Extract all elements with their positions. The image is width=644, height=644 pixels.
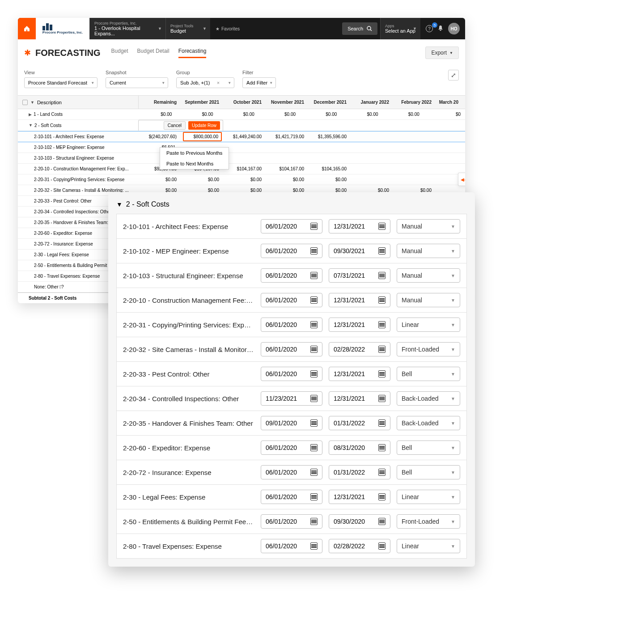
- favorites-link[interactable]: ★ Favorites: [210, 18, 240, 39]
- curve-select[interactable]: Back-Loaded▼: [397, 391, 460, 406]
- curve-select[interactable]: Linear▼: [397, 318, 460, 332]
- end-date-input[interactable]: 01/31/2022: [329, 416, 390, 430]
- gear-icon[interactable]: ✱: [24, 48, 31, 58]
- calendar-icon: [378, 272, 386, 279]
- start-date-input[interactable]: 06/01/2020: [261, 342, 322, 356]
- curve-select[interactable]: Bell▼: [397, 465, 460, 479]
- svg-line-1: [370, 30, 372, 31]
- update-row-button[interactable]: Update Row: [188, 121, 220, 130]
- curve-select[interactable]: Manual▼: [397, 293, 460, 307]
- start-date-input[interactable]: 06/01/2020: [261, 514, 322, 529]
- start-date-input[interactable]: 06/01/2020: [261, 219, 322, 233]
- overlay-title: 2 - Soft Costs: [126, 200, 169, 208]
- curve-select[interactable]: Manual▼: [397, 244, 460, 258]
- avatar[interactable]: HO: [448, 23, 460, 34]
- paste-previous-option[interactable]: Paste to Previous Months: [160, 148, 229, 158]
- table-row[interactable]: ▼2 - Soft Costs Cancel Update Row: [18, 120, 465, 131]
- start-date-input[interactable]: 06/01/2020: [261, 490, 322, 504]
- clear-icon[interactable]: ×: [217, 80, 220, 85]
- apps-selector[interactable]: Apps Select an App ▼: [380, 18, 420, 39]
- tab-budget[interactable]: Budget: [111, 48, 128, 58]
- curve-select[interactable]: Linear▼: [397, 490, 460, 504]
- month-header: October 2021: [224, 100, 266, 105]
- list-item: 2-30 - Legal Fees: Expense 06/01/2020 12…: [116, 485, 467, 509]
- start-date-input[interactable]: 06/01/2020: [261, 244, 322, 258]
- start-date-input[interactable]: 09/01/2020: [261, 416, 322, 430]
- end-date-input[interactable]: 12/31/2021: [329, 219, 390, 233]
- paste-context-menu: Paste to Previous Months Paste to Next M…: [160, 147, 229, 169]
- curve-select[interactable]: Back-Loaded▼: [397, 416, 460, 430]
- curve-select[interactable]: Bell▼: [397, 367, 460, 381]
- filter-row: View Procore Standard Forecast ▼ Snapsho…: [18, 59, 465, 95]
- end-date-input[interactable]: 07/31/2021: [329, 268, 390, 283]
- curve-select[interactable]: Bell▼: [397, 441, 460, 455]
- side-collapse-tab[interactable]: ◀◀: [458, 173, 465, 186]
- notifications-icon[interactable]: [437, 25, 444, 33]
- chevron-down-icon: ▼: [451, 372, 455, 377]
- calendar-icon: [310, 469, 318, 476]
- table-row[interactable]: 2-10-101 - Architect Fees: Expense $(240…: [18, 131, 465, 142]
- month-header: January 2022: [351, 100, 394, 105]
- paste-next-option[interactable]: Paste to Next Months: [160, 158, 229, 169]
- end-date-input[interactable]: 12/31/2021: [329, 318, 390, 332]
- start-date-input[interactable]: 06/01/2020: [261, 539, 322, 553]
- chevron-down-icon: ▼: [413, 26, 417, 31]
- cost-code-label: 2-20-33 - Pest Control: Other: [123, 370, 254, 378]
- chevron-down-icon[interactable]: ▼: [116, 201, 123, 208]
- chevron-down-icon[interactable]: ▼: [30, 100, 34, 105]
- start-date-input[interactable]: 06/01/2020: [261, 465, 322, 479]
- calendar-icon: [310, 346, 318, 353]
- start-date-input[interactable]: 06/01/2020: [261, 293, 322, 307]
- end-date-input[interactable]: 01/31/2022: [329, 465, 390, 479]
- end-date-input[interactable]: 12/31/2021: [329, 293, 390, 307]
- page-title: FORECASTING: [35, 48, 101, 58]
- curve-select[interactable]: Manual▼: [397, 219, 460, 233]
- table-row[interactable]: 2-10-103 - Structural Engineer: Expense …: [18, 153, 465, 164]
- end-date-input[interactable]: 12/31/2021: [329, 391, 390, 406]
- start-date-input[interactable]: 06/01/2020: [261, 268, 322, 283]
- end-date-input[interactable]: 08/31/2020: [329, 441, 390, 455]
- tab-budget-detail[interactable]: Budget Detail: [137, 48, 169, 58]
- project-tools-selector[interactable]: Project Tools Budget ▼: [165, 18, 210, 39]
- table-row[interactable]: 2-20-10 - Construction Management Fee: E…: [18, 164, 465, 174]
- select-all-checkbox[interactable]: [22, 100, 28, 105]
- table-row[interactable]: ▶1 - Land Costs $0.00$0.00$0.00$0.00$0.0…: [18, 109, 465, 120]
- project-selector[interactable]: Procore Properties, Inc. 1 - Overlook Ho…: [89, 18, 165, 39]
- calendar-icon: [378, 469, 386, 476]
- end-date-input[interactable]: 02/28/2022: [329, 539, 390, 553]
- add-filter[interactable]: Add Filter ▼: [242, 77, 276, 88]
- curve-select[interactable]: Front-Loaded▼: [397, 342, 460, 356]
- forecast-cell-input[interactable]: $800,000.00: [183, 132, 222, 141]
- month-header: September 2021: [181, 100, 224, 105]
- start-date-input[interactable]: 11/23/2021: [261, 391, 322, 406]
- table-row[interactable]: 2-10-102 - MEP Engineer: Expense $6,501.: [18, 142, 465, 153]
- snapshot-select[interactable]: Current ▼: [106, 77, 168, 88]
- start-date-input[interactable]: 06/01/2020: [261, 318, 322, 332]
- cost-code-label: 2-50 - Entitlements & Building Permit Fe…: [123, 518, 254, 525]
- home-button[interactable]: [18, 18, 36, 39]
- end-date-input[interactable]: 12/31/2021: [329, 367, 390, 381]
- search-button[interactable]: Search: [342, 22, 377, 35]
- fullscreen-icon[interactable]: ⤢: [448, 70, 459, 80]
- start-date-input[interactable]: 06/01/2020: [261, 441, 322, 455]
- list-item: 2-20-72 - Insurance: Expense 06/01/2020 …: [116, 460, 467, 485]
- group-label: Group: [176, 70, 234, 75]
- cancel-button[interactable]: Cancel: [164, 121, 186, 130]
- table-row[interactable]: 2-20-31 - Copying/Printing Services: Exp…: [18, 174, 465, 185]
- end-date-input[interactable]: 09/30/2021: [329, 244, 390, 258]
- curve-select[interactable]: Front-Loaded▼: [397, 514, 460, 529]
- chevron-down-icon: ▼: [91, 81, 94, 85]
- group-select[interactable]: Sub Job, +(1) × ▼: [176, 77, 234, 88]
- end-date-input[interactable]: 09/30/2020: [329, 514, 390, 529]
- month-header: December 2021: [309, 100, 351, 105]
- end-date-input[interactable]: 02/28/2022: [329, 342, 390, 356]
- curve-select[interactable]: Linear▼: [397, 539, 460, 553]
- view-select[interactable]: Procore Standard Forecast ▼: [24, 77, 97, 88]
- export-button[interactable]: Export ▼: [425, 47, 459, 59]
- start-date-input[interactable]: 06/01/2020: [261, 367, 322, 381]
- tab-forecasting[interactable]: Forecasting: [178, 48, 207, 58]
- svg-point-0: [367, 26, 371, 30]
- chevron-down-icon: ▼: [269, 81, 273, 85]
- curve-select[interactable]: Manual▼: [397, 268, 460, 283]
- end-date-input[interactable]: 12/31/2021: [329, 490, 390, 504]
